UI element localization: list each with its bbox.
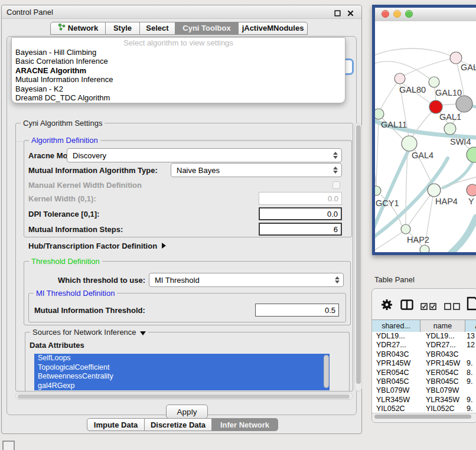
- network-edge[interactable]: [380, 83, 397, 109]
- attribute-item-gal4rgexp[interactable]: gal4RGexp: [34, 381, 330, 391]
- tab-label: jActiveMNodules: [242, 22, 304, 35]
- which-threshold-combo[interactable]: MI Threshold: [149, 273, 344, 287]
- network-edge[interactable]: [406, 151, 407, 224]
- table-cell: [465, 386, 476, 395]
- close-traffic-light-icon[interactable]: [382, 10, 389, 18]
- tab-select[interactable]: Select: [140, 22, 175, 35]
- algorithm-option-bayesian-hill-climbing[interactable]: Bayesian - Hill Climbing: [12, 48, 345, 57]
- kernel-width-field[interactable]: 0.0: [259, 192, 342, 205]
- data-attributes-list[interactable]: SelfLoopsTopologicalCoefficientBetweenne…: [34, 354, 330, 390]
- attribute-item-selfloops[interactable]: SelfLoops: [34, 354, 330, 363]
- stepper-icon: [332, 152, 338, 159]
- network-edge[interactable]: [442, 104, 457, 105]
- zoom-traffic-light-icon[interactable]: [405, 10, 413, 18]
- aracne-mode-combo[interactable]: Discovery: [67, 148, 342, 162]
- network-edge[interactable]: [403, 58, 456, 76]
- new-table-document-icon[interactable]: [467, 296, 476, 314]
- minimize-traffic-light-icon[interactable]: [393, 10, 401, 18]
- mi-steps-field[interactable]: 6: [259, 223, 342, 236]
- tab-cyni-toolbox[interactable]: Cyni Toolbox: [175, 22, 239, 35]
- network-window-titlebar[interactable]: [375, 8, 476, 22]
- network-node[interactable]: [444, 123, 456, 135]
- table-row[interactable]: YPR145WYPR145W9.: [372, 359, 476, 368]
- column-header-partial[interactable]: A: [465, 320, 476, 332]
- node-label-hap4: HAP4: [435, 197, 458, 206]
- tab-impute-data[interactable]: Impute Data: [87, 418, 145, 431]
- network-node[interactable]: [375, 109, 384, 119]
- settings-vertical-scrollbar-thumb[interactable]: [356, 125, 361, 384]
- algorithm-option-mutual-information-inference[interactable]: Mutual Information Inference: [12, 75, 345, 84]
- tab-discretize-data[interactable]: Discretize Data: [145, 418, 212, 431]
- table-cell: YER054C: [420, 369, 465, 377]
- algorithm-option-dream8-dc-tdc-algorithm[interactable]: Dream8 DC_TDC Algorithm: [12, 93, 345, 102]
- table-row[interactable]: YDR27...YDR27...12: [372, 341, 476, 350]
- settings-horizontal-scrollbar-thumb[interactable]: [18, 394, 350, 399]
- select-all-checkboxes-icon[interactable]: [420, 302, 437, 312]
- table-row[interactable]: YBR045CYBR045C9.: [372, 377, 476, 386]
- table-row[interactable]: YLR345WYLR345W9.: [372, 396, 476, 405]
- table-row[interactable]: YDL19...YDL19...13: [372, 332, 476, 341]
- threshold-definition-title: Threshold Definition: [29, 257, 102, 266]
- close-icon[interactable]: [347, 8, 354, 15]
- chevron-down-icon: [140, 331, 146, 335]
- algorithm-option-aracne-algorithm[interactable]: ARACNE Algorithm: [12, 66, 345, 75]
- attributes-scrollbar-thumb[interactable]: [324, 355, 329, 388]
- network-node[interactable]: [428, 184, 441, 197]
- table-horizontal-scrollbar[interactable]: [372, 413, 476, 420]
- show-columns-icon[interactable]: [400, 299, 413, 312]
- table-horizontal-scrollbar-thumb[interactable]: [374, 415, 471, 419]
- attribute-item-topologicalcoefficient[interactable]: TopologicalCoefficient: [34, 363, 330, 373]
- algorithm-option-basic-correlation-inference[interactable]: Basic Correlation Inference: [12, 57, 345, 66]
- settings-vertical-scrollbar[interactable]: [354, 123, 362, 392]
- table-body: YDL19...YDL19...13YDR27...YDR27...12YBR0…: [372, 332, 476, 413]
- network-edge[interactable]: [409, 195, 430, 225]
- network-node[interactable]: [429, 77, 439, 87]
- network-node[interactable]: [450, 52, 462, 64]
- network-node[interactable]: [467, 147, 476, 162]
- table-cell: 9.: [465, 377, 476, 386]
- table-row[interactable]: YER054CYER054C8.: [372, 369, 476, 377]
- column-header-name[interactable]: name: [420, 320, 465, 332]
- attribute-item-betweennesscentrality[interactable]: BetweennessCentrality: [34, 372, 330, 381]
- manual-kernel-checkbox[interactable]: [332, 181, 340, 189]
- apply-button-label: Apply: [177, 407, 197, 416]
- table-row[interactable]: YBR043CYBR043C: [372, 350, 476, 359]
- dpi-tolerance-field[interactable]: 0.0: [259, 207, 342, 220]
- table-cell: 9.: [465, 396, 476, 405]
- network-node[interactable]: [420, 245, 429, 252]
- mi-threshold-field[interactable]: 0.5: [255, 304, 339, 317]
- network-edge[interactable]: [375, 48, 456, 58]
- table-row[interactable]: YIL052CYIL052C9.: [372, 405, 476, 413]
- network-edge[interactable]: [376, 119, 379, 186]
- network-node[interactable]: [456, 96, 472, 112]
- table-cell: YIL052C: [372, 405, 420, 413]
- table-row[interactable]: YBL079WYBL079W: [372, 386, 476, 395]
- network-node[interactable]: [402, 136, 417, 151]
- table-cell: 13: [465, 332, 476, 341]
- deselect-all-checkboxes-icon[interactable]: [444, 302, 461, 312]
- settings-horizontal-scrollbar[interactable]: [15, 393, 353, 400]
- tab-network[interactable]: Network: [50, 22, 106, 35]
- network-node[interactable]: [375, 186, 381, 195]
- column-header-shared-name[interactable]: shared...: [372, 320, 420, 332]
- network-edge-highlighted[interactable]: [451, 217, 476, 252]
- network-node[interactable]: [401, 224, 410, 234]
- network-node[interactable]: [467, 184, 476, 196]
- network-edge-highlighted[interactable]: [443, 161, 473, 188]
- hub-section-toggle[interactable]: Hub/Transcription Factor Definition: [28, 242, 166, 250]
- tab-infer-network[interactable]: Infer Network: [212, 418, 278, 431]
- minimized-panel-icon[interactable]: [2, 441, 15, 450]
- tab-jactivemnodules[interactable]: jActiveMNodules: [239, 22, 308, 35]
- mi-type-combo[interactable]: Naive Bayes: [171, 163, 342, 177]
- network-canvas[interactable]: GALGAL80GAL10GAL1GAL11SWI4GAL4GCY1HAP4YH…: [375, 21, 476, 252]
- sources-title[interactable]: Sources for Network Inference: [30, 328, 148, 337]
- float-window-icon[interactable]: [334, 8, 341, 15]
- algorithm-option-bayesian-k2[interactable]: Bayesian - K2: [12, 84, 345, 93]
- node-label-y: Y: [468, 197, 474, 206]
- tab-style[interactable]: Style: [106, 22, 140, 35]
- table-cell: YLR345W: [420, 396, 465, 405]
- network-node[interactable]: [429, 100, 442, 113]
- table-options-gear-icon[interactable]: [380, 298, 393, 314]
- network-node[interactable]: [395, 73, 405, 84]
- apply-button[interactable]: Apply: [166, 405, 208, 419]
